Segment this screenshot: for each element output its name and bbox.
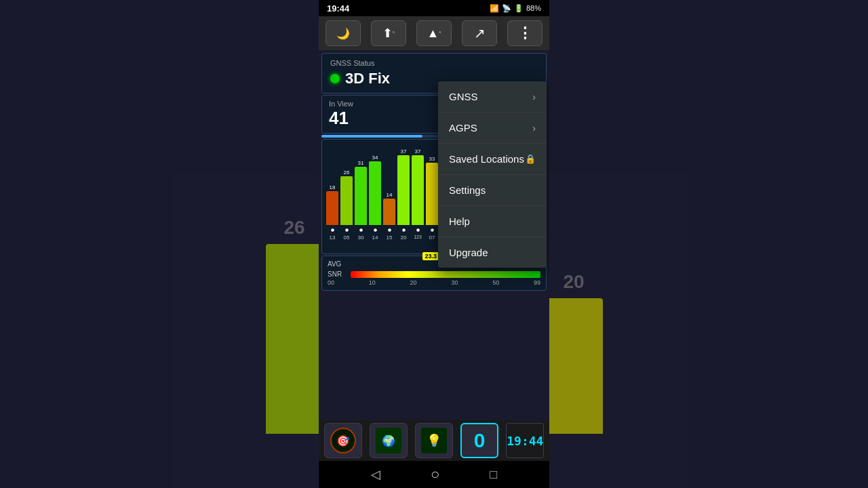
chart-bar-item: 18 xyxy=(326,184,338,225)
menu-gnss-label: GNSS xyxy=(449,91,478,102)
toolbar: 🌙 ⬆° ▲° ↗ ⋮ xyxy=(319,16,549,50)
gnss-status-label: GNSS Status xyxy=(330,59,538,67)
tab-signal[interactable]: 💡 xyxy=(415,423,453,458)
wifi-icon: 📡 xyxy=(502,4,511,13)
lock-icon: 🔒 xyxy=(525,154,536,164)
chart-bar-item: 14 xyxy=(383,192,395,225)
tab-map[interactable]: 🌍 xyxy=(370,423,408,458)
tab-zero[interactable]: 0 xyxy=(460,423,498,458)
menu-item-gnss[interactable]: GNSS › xyxy=(438,81,547,113)
chart-bar-item: 33 xyxy=(426,156,438,225)
more-options-button[interactable]: ⋮ xyxy=(507,20,542,46)
menu-item-saved-locations[interactable]: Saved Locations 🔒 xyxy=(438,144,547,175)
snr-gradient-bar xyxy=(351,271,540,278)
avg-marker: 23.3 xyxy=(422,252,439,260)
menu-settings-label: Settings xyxy=(449,184,486,196)
nav-bar: ◁ ○ □ xyxy=(319,461,549,488)
menu-item-agps[interactable]: AGPS › xyxy=(438,113,547,144)
compass-button[interactable]: ▲° xyxy=(416,20,452,46)
menu-item-help[interactable]: Help xyxy=(438,206,547,237)
night-mode-button[interactable]: 🌙 xyxy=(326,20,361,46)
chart-bar-item: 31 xyxy=(355,160,367,225)
menu-help-label: Help xyxy=(449,216,470,227)
status-icons: 📶 📡 🔋 88% xyxy=(490,4,541,13)
chart-bar-item: 37 xyxy=(412,148,424,225)
back-button[interactable]: ◁ xyxy=(371,467,380,482)
chevron-right-icon: › xyxy=(532,123,536,134)
chevron-right-icon: › xyxy=(532,92,536,102)
chart-bar-item: 26 xyxy=(340,169,353,225)
bottom-tabs: 🎯 🌍 💡 0 19:44 xyxy=(319,420,549,461)
snr-label: SNR xyxy=(328,270,347,278)
status-time: 19:44 xyxy=(327,3,349,14)
recent-apps-button[interactable]: □ xyxy=(490,468,497,482)
chart-bar-item: 37 xyxy=(397,148,410,225)
battery-percent: 88% xyxy=(526,4,541,12)
snr-scale: 00 10 20 30 50 99 xyxy=(328,279,540,286)
main-content: GNSS Status 3D Fix In View 41 18 26 xyxy=(319,50,549,420)
menu-item-settings[interactable]: Settings xyxy=(438,175,547,206)
gnss-dot xyxy=(330,74,340,83)
menu-upgrade-label: Upgrade xyxy=(449,247,488,258)
menu-saved-locations-label: Saved Locations xyxy=(449,153,524,165)
scroll-thumb xyxy=(321,135,422,138)
menu-agps-label: AGPS xyxy=(449,122,477,134)
home-button[interactable]: ○ xyxy=(431,466,439,483)
snr-row: SNR xyxy=(328,270,540,278)
avg-label: AVG xyxy=(328,260,347,268)
battery-icon: 🔋 xyxy=(514,4,524,13)
gnss-fix-text: 3D Fix xyxy=(345,70,390,87)
dropdown-menu: GNSS › AGPS › Saved Locations 🔒 Settings… xyxy=(438,81,547,268)
navigation-button[interactable]: ⬆° xyxy=(371,20,406,46)
sim-icon: 📶 xyxy=(490,4,499,13)
menu-item-upgrade[interactable]: Upgrade xyxy=(438,237,547,268)
clock-time: 19:44 xyxy=(507,434,543,448)
tab-clock[interactable]: 19:44 xyxy=(506,423,544,458)
bg-bar-item: 26 xyxy=(266,217,323,434)
chart-bar-item: 34 xyxy=(369,155,381,225)
status-bar: 19:44 📶 📡 🔋 88% xyxy=(319,0,549,16)
bg-bar-item: 20 xyxy=(545,271,603,434)
share-button[interactable]: ↗ xyxy=(462,20,497,46)
phone-screen: 19:44 📶 📡 🔋 88% 🌙 ⬆° ▲° ↗ ⋮ GNSS Status … xyxy=(319,0,549,488)
zero-display: 0 xyxy=(474,429,486,452)
tab-radar[interactable]: 🎯 xyxy=(324,423,362,458)
